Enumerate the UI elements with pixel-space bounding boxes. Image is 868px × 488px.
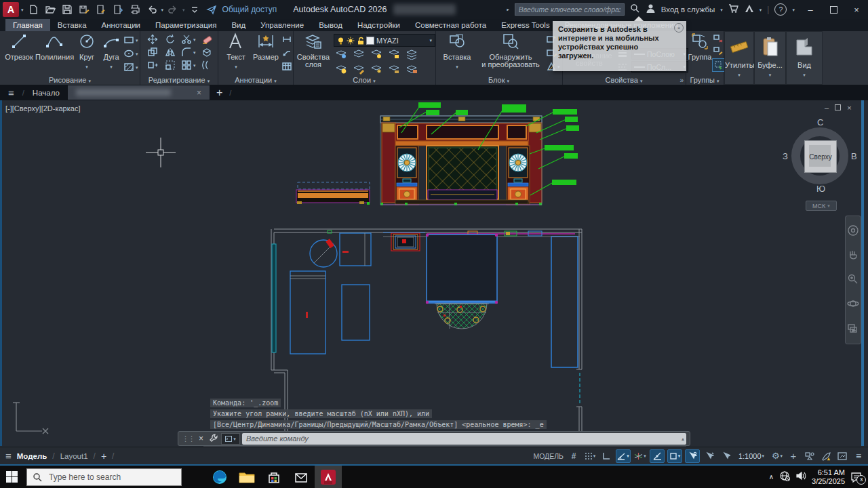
store-icon[interactable] bbox=[260, 466, 288, 488]
undo-caret-icon[interactable]: ▾ bbox=[161, 7, 164, 12]
explode-button[interactable] bbox=[201, 47, 212, 58]
viewcube-east[interactable]: В bbox=[851, 151, 857, 161]
start-button[interactable] bbox=[0, 466, 23, 488]
viewcube-top-face[interactable]: Сверху bbox=[804, 140, 837, 173]
viewcube-north[interactable]: С bbox=[817, 117, 823, 127]
text-button[interactable]: Текст ▾ bbox=[222, 33, 250, 70]
new-file-button[interactable] bbox=[26, 2, 41, 17]
panel-utilities[interactable]: Утилиты ▾ bbox=[724, 31, 754, 85]
panel-expander-icon[interactable]: » bbox=[679, 77, 684, 84]
search-expand-icon[interactable]: ▾ bbox=[506, 8, 511, 11]
open-file-button[interactable] bbox=[43, 2, 58, 17]
help-icon[interactable]: ? bbox=[774, 3, 787, 16]
layer-thaw-all-button[interactable] bbox=[370, 64, 382, 75]
transparency-toggle[interactable] bbox=[719, 450, 732, 462]
hatch-button[interactable]: ▾ bbox=[123, 62, 138, 72]
command-prompt-chip[interactable]: ▾ bbox=[221, 433, 240, 445]
array-button[interactable]: ▾ bbox=[181, 60, 196, 70]
autodesk-app-icon[interactable] bbox=[744, 3, 754, 16]
layer-properties-button[interactable]: Свойства слоя bbox=[296, 33, 331, 68]
drawing-restore-button[interactable] bbox=[835, 104, 841, 112]
tab-view[interactable]: Вид bbox=[224, 19, 253, 31]
graphics-performance-button[interactable] bbox=[819, 450, 833, 462]
network-icon[interactable] bbox=[779, 470, 790, 483]
tab-manage[interactable]: Управление bbox=[253, 19, 311, 31]
tab-annotate[interactable]: Аннотации bbox=[94, 19, 148, 31]
command-input[interactable] bbox=[242, 434, 682, 443]
model-tab[interactable]: Модель bbox=[17, 452, 47, 460]
orbit-icon[interactable] bbox=[847, 298, 859, 312]
insert-block-button[interactable]: Вставка ▾ bbox=[439, 33, 475, 70]
share-icon[interactable] bbox=[204, 2, 219, 17]
drawing-tab[interactable]: × bbox=[68, 85, 210, 100]
redo-caret-icon[interactable]: ▾ bbox=[182, 7, 185, 12]
layout1-tab[interactable]: Layout1 bbox=[60, 452, 88, 460]
save-button[interactable] bbox=[60, 2, 75, 17]
tab-express-tools[interactable]: Express Tools bbox=[494, 19, 557, 31]
group-button[interactable]: Группа bbox=[687, 33, 713, 61]
layer-change-button[interactable] bbox=[353, 64, 365, 75]
panel-view-tools[interactable]: Вид ▾ bbox=[786, 31, 823, 85]
object-snap-toggle[interactable]: ▾ bbox=[667, 449, 682, 463]
undo-button[interactable] bbox=[144, 2, 159, 17]
new-drawing-tab-button[interactable]: + bbox=[210, 87, 229, 99]
layer-unisolate-button[interactable] bbox=[353, 49, 365, 60]
notification-close-icon[interactable]: × bbox=[674, 23, 684, 33]
circle-button[interactable]: Круг ▾ bbox=[75, 33, 99, 70]
pan-icon[interactable] bbox=[847, 249, 859, 263]
ortho-toggle[interactable] bbox=[599, 450, 613, 462]
cad-canvas[interactable] bbox=[0, 100, 868, 446]
panel-label-draw[interactable]: Рисование bbox=[49, 76, 86, 84]
command-scroll-up-icon[interactable]: ▴ bbox=[682, 436, 686, 442]
share-label[interactable]: Общий доступ bbox=[222, 5, 277, 14]
detect-convert-button[interactable]: Обнаружить и преобразовать bbox=[476, 33, 545, 68]
panel-label-annotate[interactable]: Аннотации bbox=[235, 76, 272, 84]
trim-button[interactable]: ▾ bbox=[181, 34, 196, 45]
file-menu-icon[interactable]: ≡ bbox=[0, 87, 22, 98]
mirror-button[interactable] bbox=[165, 47, 176, 58]
cart-icon[interactable] bbox=[728, 3, 738, 16]
redo-button[interactable] bbox=[165, 2, 180, 17]
viewcube-south[interactable]: Ю bbox=[816, 184, 825, 194]
volume-icon[interactable] bbox=[795, 471, 806, 483]
customization-menu-icon[interactable]: ≡ bbox=[852, 450, 865, 462]
taskbar-clock[interactable]: 6:51 AM 3/25/2025 bbox=[812, 468, 845, 486]
tab-parametric[interactable]: Параметризация bbox=[148, 19, 224, 31]
dimension-button[interactable]: Размер bbox=[251, 33, 281, 61]
ucs-selector[interactable]: МСК▾ bbox=[806, 201, 837, 211]
copy-button[interactable] bbox=[147, 47, 158, 58]
help-caret-icon[interactable]: ▾ bbox=[792, 7, 795, 12]
tab-insert[interactable]: Вставка bbox=[50, 19, 94, 31]
lineweight-display-toggle[interactable] bbox=[703, 450, 716, 462]
taskbar-search-box[interactable] bbox=[26, 468, 182, 486]
sign-in-caret-icon[interactable]: ▾ bbox=[720, 7, 723, 12]
annotation-scale-dropdown[interactable]: 1:1000▾ bbox=[735, 450, 768, 462]
layer-merge-button[interactable] bbox=[406, 64, 418, 75]
layer-freeze-button[interactable] bbox=[370, 49, 382, 60]
minimize-button[interactable]: – bbox=[799, 1, 822, 18]
polyline-button[interactable]: Полилиния bbox=[35, 33, 73, 61]
polar-tracking-toggle[interactable]: ▾ bbox=[616, 449, 631, 463]
leader-button[interactable] bbox=[282, 49, 292, 57]
dynamic-input-toggle[interactable] bbox=[685, 449, 700, 463]
ungroup-button[interactable] bbox=[713, 34, 723, 43]
rotate-button[interactable] bbox=[165, 34, 176, 45]
isodraft-toggle[interactable]: ▾ bbox=[633, 450, 647, 462]
new-layout-button[interactable]: + bbox=[101, 451, 106, 462]
layer-lock-button[interactable] bbox=[388, 49, 400, 60]
open-from-web-button[interactable] bbox=[94, 2, 108, 17]
drawing-tab-close-icon[interactable]: × bbox=[197, 88, 201, 98]
start-tab[interactable]: Начало bbox=[24, 85, 68, 100]
autocad-taskbar-icon[interactable] bbox=[315, 466, 342, 488]
tab-output[interactable]: Вывод bbox=[311, 19, 350, 31]
tab-collaborate[interactable]: Совместная работа bbox=[408, 19, 494, 31]
sign-in-label[interactable]: Вход в службы bbox=[661, 5, 715, 14]
tab-addins[interactable]: Надстройки bbox=[350, 19, 408, 31]
viewport-controls[interactable]: [-][Сверху][2D-каркас] bbox=[5, 104, 80, 113]
rectangle-button[interactable]: ▾ bbox=[123, 35, 138, 45]
autodesk-app-caret-icon[interactable]: ▾ bbox=[760, 7, 762, 12]
offset-button[interactable] bbox=[201, 60, 212, 70]
save-to-web-button[interactable] bbox=[111, 2, 125, 17]
panel-label-properties[interactable]: Свойства bbox=[606, 76, 638, 84]
tray-chevron-icon[interactable]: ∧ bbox=[769, 473, 774, 481]
